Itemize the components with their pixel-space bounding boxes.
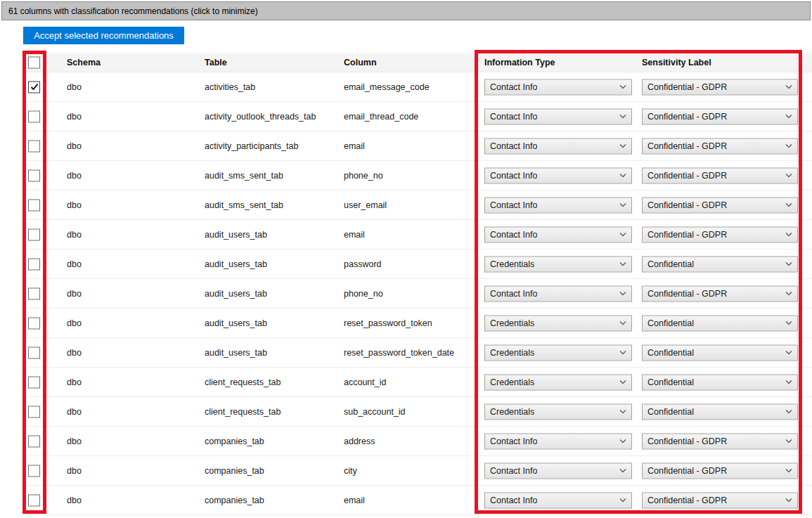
row-checkbox[interactable] (28, 258, 40, 270)
sensitivity-label-dropdown[interactable]: Confidential - GDPR (642, 492, 798, 508)
column-name-cell: city (344, 466, 357, 476)
sensitivity-label-dropdown[interactable]: Confidential - GDPR (642, 462, 798, 479)
chevron-down-icon (619, 144, 626, 148)
chevron-down-icon (619, 498, 626, 503)
table-name-cell: activity_outlook_threads_tab (205, 112, 316, 122)
column-name-cell: email_message_code (344, 82, 430, 92)
table-row: dbo companies_tab address Contact Info C… (23, 427, 812, 456)
row-checkbox[interactable] (28, 317, 40, 329)
row-checkbox[interactable] (28, 287, 40, 299)
header-column: Column (344, 58, 377, 67)
banner-text: 61 columns with classification recommend… (8, 6, 258, 16)
sensitivity-label-dropdown[interactable]: Confidential (642, 256, 798, 272)
information-type-dropdown[interactable]: Contact Info (484, 167, 632, 183)
column-name-cell: phone_no (344, 289, 383, 299)
table-row: dbo companies_tab city Contact Info Conf… (23, 456, 812, 486)
table-name-cell: audit_users_tab (205, 348, 267, 358)
column-name-cell: sub_account_id (344, 407, 406, 417)
sensitivity-label-dropdown[interactable]: Confidential (642, 374, 798, 390)
table-header-row: Schema Table Column Information Type Sen… (23, 53, 812, 72)
information-type-dropdown[interactable]: Contact Info (484, 226, 632, 242)
chevron-down-icon (619, 203, 626, 207)
chevron-down-icon (619, 410, 626, 414)
sensitivity-label-dropdown[interactable]: Confidential - GDPR (642, 79, 798, 95)
schema-cell: dbo (67, 141, 82, 151)
chevron-down-icon (785, 351, 792, 355)
table-row: dbo audit_sms_sent_tab phone_no Contact … (23, 161, 812, 190)
sensitivity-label-dropdown[interactable]: Confidential (642, 315, 798, 331)
information-type-dropdown[interactable]: Contact Info (484, 108, 632, 124)
select-all-checkbox[interactable] (28, 57, 40, 69)
column-name-cell: address (344, 436, 375, 446)
chevron-down-icon (619, 351, 626, 355)
table-name-cell: activity_participants_tab (205, 141, 298, 151)
information-type-dropdown[interactable]: Contact Info (484, 285, 632, 302)
header-information-type: Information Type (484, 58, 555, 67)
row-checkbox[interactable] (28, 347, 40, 358)
header-sensitivity-label: Sensitivity Label (642, 58, 711, 67)
sensitivity-label-dropdown[interactable]: Confidential - GDPR (642, 197, 798, 213)
sensitivity-label-dropdown[interactable]: Confidential (642, 344, 798, 361)
column-name-cell: phone_no (344, 171, 383, 181)
information-type-dropdown[interactable]: Credentials (484, 374, 632, 390)
table-row: dbo activity_participants_tab email Cont… (23, 131, 812, 161)
table-name-cell: activities_tab (205, 82, 255, 92)
schema-cell: dbo (67, 348, 82, 358)
chevron-down-icon (619, 174, 626, 178)
information-type-dropdown[interactable]: Contact Info (484, 79, 632, 95)
check-icon (30, 83, 39, 91)
sensitivity-label-dropdown[interactable]: Confidential - GDPR (642, 433, 798, 449)
information-type-dropdown[interactable]: Credentials (484, 403, 632, 420)
column-name-cell: reset_password_token_date (344, 348, 454, 358)
column-name-cell: password (344, 259, 382, 269)
row-checkbox[interactable] (28, 140, 40, 152)
row-checkbox[interactable] (28, 376, 40, 388)
sensitivity-label-dropdown[interactable]: Confidential - GDPR (642, 108, 798, 124)
sensitivity-label-dropdown[interactable]: Confidential - GDPR (642, 285, 798, 302)
information-type-dropdown[interactable]: Credentials (484, 256, 632, 272)
table-name-cell: audit_sms_sent_tab (205, 171, 283, 181)
chevron-down-icon (619, 321, 626, 325)
information-type-dropdown[interactable]: Credentials (484, 315, 632, 331)
table-name-cell: audit_users_tab (205, 259, 267, 269)
row-checkbox[interactable] (28, 110, 40, 122)
table-name-cell: client_requests_tab (205, 407, 281, 417)
schema-cell: dbo (67, 496, 82, 505)
row-checkbox[interactable] (28, 81, 40, 93)
sensitivity-label-dropdown[interactable]: Confidential - GDPR (642, 138, 798, 154)
row-checkbox[interactable] (28, 465, 40, 477)
table-row: dbo audit_users_tab reset_password_token… (23, 309, 812, 338)
table-row: dbo companies_tab email Contact Info Con… (23, 486, 812, 515)
sensitivity-label-dropdown[interactable]: Confidential (642, 403, 798, 420)
chevron-down-icon (785, 233, 792, 237)
row-checkbox[interactable] (28, 169, 40, 181)
accept-recommendations-button[interactable]: Accept selected recommendations (23, 27, 184, 44)
chevron-down-icon (785, 292, 792, 296)
table-row: dbo activity_outlook_threads_tab email_t… (23, 102, 812, 131)
sensitivity-label-dropdown[interactable]: Confidential - GDPR (642, 167, 798, 183)
row-checkbox[interactable] (28, 494, 40, 506)
schema-cell: dbo (67, 407, 82, 417)
sensitivity-label-dropdown[interactable]: Confidential - GDPR (642, 226, 798, 242)
information-type-dropdown[interactable]: Credentials (484, 344, 632, 361)
chevron-down-icon (785, 410, 792, 414)
column-name-cell: reset_password_token (344, 318, 432, 328)
row-checkbox[interactable] (28, 228, 40, 240)
information-type-dropdown[interactable]: Contact Info (484, 138, 632, 154)
row-checkbox[interactable] (28, 435, 40, 447)
row-checkbox[interactable] (28, 406, 40, 417)
table-name-cell: audit_sms_sent_tab (205, 200, 283, 210)
column-name-cell: email (344, 496, 365, 505)
column-name-cell: user_email (344, 200, 387, 210)
information-type-dropdown[interactable]: Contact Info (484, 197, 632, 213)
information-type-dropdown[interactable]: Contact Info (484, 492, 632, 508)
schema-cell: dbo (67, 466, 82, 476)
minimize-banner[interactable]: 61 columns with classification recommend… (1, 1, 811, 20)
chevron-down-icon (619, 85, 626, 89)
chevron-down-icon (785, 469, 792, 473)
chevron-down-icon (785, 203, 792, 207)
information-type-dropdown[interactable]: Contact Info (484, 462, 632, 479)
chevron-down-icon (785, 380, 792, 384)
row-checkbox[interactable] (28, 199, 40, 211)
information-type-dropdown[interactable]: Contact Info (484, 433, 632, 449)
